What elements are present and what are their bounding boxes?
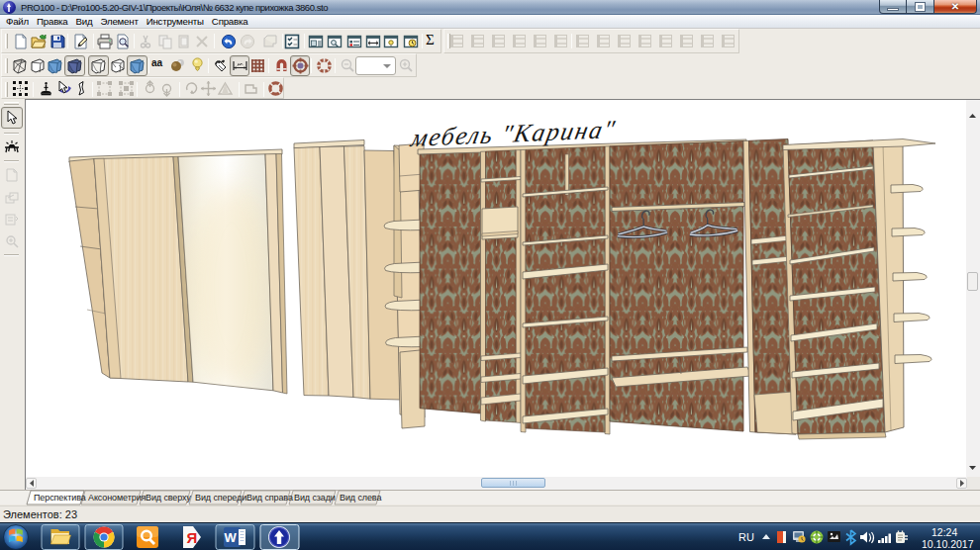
svg-text:RU: RU	[738, 531, 754, 543]
svg-text:10.10.2017: 10.10.2017	[922, 538, 974, 550]
svg-text:Вид спереди: Вид спереди	[195, 493, 246, 503]
svg-text:Вид справа: Вид справа	[246, 493, 293, 503]
svg-text:Вид сверху: Вид сверху	[146, 493, 191, 503]
svg-text:W: W	[225, 530, 238, 545]
svg-text:Вид сзади: Вид сзади	[294, 493, 336, 503]
svg-text:Перспектива: Перспектива	[34, 493, 86, 503]
svg-text:Я: Я	[187, 529, 198, 546]
svg-text:Вид слева: Вид слева	[340, 493, 381, 503]
svg-text:12:24: 12:24	[931, 526, 957, 538]
svg-text:Аксонометрия: Аксонометрия	[88, 493, 147, 503]
